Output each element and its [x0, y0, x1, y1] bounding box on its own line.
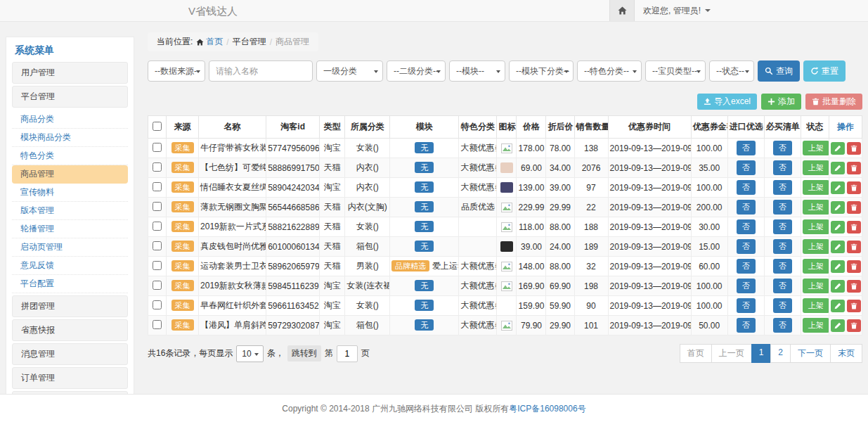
- sidebar-item-feature-category[interactable]: 特色分类: [12, 147, 128, 165]
- status-button[interactable]: 上架: [803, 259, 829, 274]
- import-select-toggle[interactable]: 否: [737, 180, 756, 195]
- delete-button[interactable]: [847, 201, 861, 214]
- row-checkbox[interactable]: [153, 300, 162, 309]
- row-checkbox[interactable]: [153, 202, 162, 211]
- sidebar-item-goods-management[interactable]: 商品管理: [12, 165, 128, 184]
- name-filter-input[interactable]: [209, 60, 313, 82]
- import-select-toggle[interactable]: 否: [737, 239, 756, 254]
- delete-button[interactable]: [847, 162, 861, 174]
- import-excel-button[interactable]: 导入excel: [697, 94, 757, 110]
- status-button[interactable]: 上架: [803, 279, 829, 293]
- row-checkbox[interactable]: [153, 320, 162, 329]
- delete-button[interactable]: [847, 300, 861, 312]
- must-buy-toggle[interactable]: 否: [773, 160, 792, 175]
- edit-button[interactable]: [831, 181, 845, 194]
- edit-button[interactable]: [831, 221, 845, 234]
- sidebar-item-promo-materials[interactable]: 宣传物料: [12, 184, 128, 202]
- module-select[interactable]: --模块--: [449, 60, 505, 82]
- level2-category-select[interactable]: --二级分类--: [387, 60, 446, 82]
- last-page-button[interactable]: 末页: [830, 344, 862, 363]
- user-menu[interactable]: 欢迎您, 管理员!: [643, 0, 711, 21]
- module-subcategory-select[interactable]: --模块下分类--: [509, 60, 574, 82]
- sidebar-item-goods-category[interactable]: 商品分类: [12, 110, 128, 129]
- import-select-toggle[interactable]: 否: [737, 318, 756, 333]
- sidebar-item-platform-config[interactable]: 平台配置: [12, 275, 128, 293]
- must-buy-toggle[interactable]: 否: [773, 200, 792, 215]
- edit-button[interactable]: [831, 260, 845, 273]
- batch-delete-button[interactable]: 批量删除: [805, 94, 862, 110]
- delete-button[interactable]: [847, 280, 861, 293]
- jump-button[interactable]: 跳转到: [287, 345, 321, 362]
- select-all-checkbox[interactable]: [153, 122, 162, 131]
- must-buy-toggle[interactable]: 否: [773, 239, 792, 254]
- level1-category-select[interactable]: 一级分类: [316, 60, 383, 82]
- must-buy-toggle[interactable]: 否: [773, 298, 792, 313]
- delete-button[interactable]: [847, 142, 861, 155]
- page-number-input[interactable]: [337, 345, 358, 362]
- import-select-toggle[interactable]: 否: [737, 200, 756, 215]
- status-button[interactable]: 上架: [803, 298, 829, 313]
- sidebar-item-module-goods-category[interactable]: 模块商品分类: [12, 129, 128, 147]
- edit-button[interactable]: [831, 300, 845, 312]
- status-select[interactable]: --状态--: [709, 60, 754, 82]
- import-select-toggle[interactable]: 否: [737, 160, 756, 175]
- feature-category-select[interactable]: --特色分类--: [577, 60, 642, 82]
- edit-button[interactable]: [831, 142, 845, 155]
- sidebar-item-discount-express[interactable]: 省惠快报: [12, 319, 128, 341]
- delete-button[interactable]: [847, 241, 861, 253]
- must-buy-toggle[interactable]: 否: [773, 279, 792, 293]
- row-checkbox[interactable]: [153, 222, 162, 231]
- row-checkbox[interactable]: [153, 281, 162, 290]
- edit-button[interactable]: [831, 241, 845, 253]
- import-select-toggle[interactable]: 否: [737, 279, 756, 293]
- sidebar-item-feedback[interactable]: 意见反馈: [12, 257, 128, 275]
- sidebar-item-groupbuy-management[interactable]: 拼团管理: [12, 295, 128, 317]
- status-button[interactable]: 上架: [803, 180, 829, 195]
- must-buy-toggle[interactable]: 否: [773, 219, 792, 234]
- sidebar-item-message-management[interactable]: 消息管理: [12, 343, 128, 365]
- sidebar-item-carousel-management[interactable]: 轮播管理: [12, 220, 128, 238]
- delete-button[interactable]: [847, 260, 861, 273]
- edit-button[interactable]: [831, 280, 845, 293]
- item-type-select[interactable]: --宝贝类型--: [645, 60, 706, 82]
- delete-button[interactable]: [847, 319, 861, 332]
- page-2-button[interactable]: 2: [770, 344, 791, 363]
- row-checkbox[interactable]: [153, 162, 162, 172]
- status-button[interactable]: 上架: [803, 160, 829, 175]
- sidebar-item-version-management[interactable]: 版本管理: [12, 202, 128, 220]
- first-page-button[interactable]: 首页: [680, 344, 712, 363]
- must-buy-toggle[interactable]: 否: [773, 259, 792, 274]
- sidebar-item-user-management[interactable]: 用户管理: [12, 62, 128, 84]
- delete-button[interactable]: [847, 181, 861, 194]
- icp-link[interactable]: 粤ICP备16098006号: [509, 404, 585, 414]
- import-select-toggle[interactable]: 否: [737, 259, 756, 274]
- delete-button[interactable]: [847, 221, 861, 234]
- edit-button[interactable]: [831, 162, 845, 174]
- sidebar-item-splash-management[interactable]: 启动页管理: [12, 238, 128, 257]
- reset-button[interactable]: 重置: [803, 60, 846, 82]
- home-button[interactable]: [609, 0, 635, 21]
- per-page-select[interactable]: 10: [236, 345, 263, 362]
- next-page-button[interactable]: 下一页: [790, 344, 831, 363]
- row-checkbox[interactable]: [153, 241, 162, 250]
- sidebar-item-order-management[interactable]: 订单管理: [12, 367, 128, 389]
- status-button[interactable]: 上架: [803, 219, 829, 234]
- import-select-toggle[interactable]: 否: [737, 141, 756, 155]
- import-select-toggle[interactable]: 否: [737, 219, 756, 234]
- must-buy-toggle[interactable]: 否: [773, 141, 792, 155]
- status-button[interactable]: 上架: [803, 141, 829, 155]
- row-checkbox[interactable]: [153, 261, 162, 270]
- status-button[interactable]: 上架: [803, 200, 829, 215]
- must-buy-toggle[interactable]: 否: [773, 318, 792, 333]
- breadcrumb-home-link[interactable]: 首页: [196, 36, 223, 48]
- import-select-toggle[interactable]: 否: [737, 298, 756, 313]
- row-checkbox[interactable]: [153, 143, 162, 152]
- query-button[interactable]: 查询: [758, 60, 800, 82]
- data-source-select[interactable]: --数据来源--: [148, 60, 205, 82]
- must-buy-toggle[interactable]: 否: [773, 180, 792, 195]
- status-button[interactable]: 上架: [803, 239, 829, 254]
- row-checkbox[interactable]: [153, 182, 162, 191]
- page-1-button[interactable]: 1: [751, 344, 772, 363]
- edit-button[interactable]: [831, 319, 845, 332]
- sidebar-item-platform-management[interactable]: 平台管理: [12, 86, 128, 108]
